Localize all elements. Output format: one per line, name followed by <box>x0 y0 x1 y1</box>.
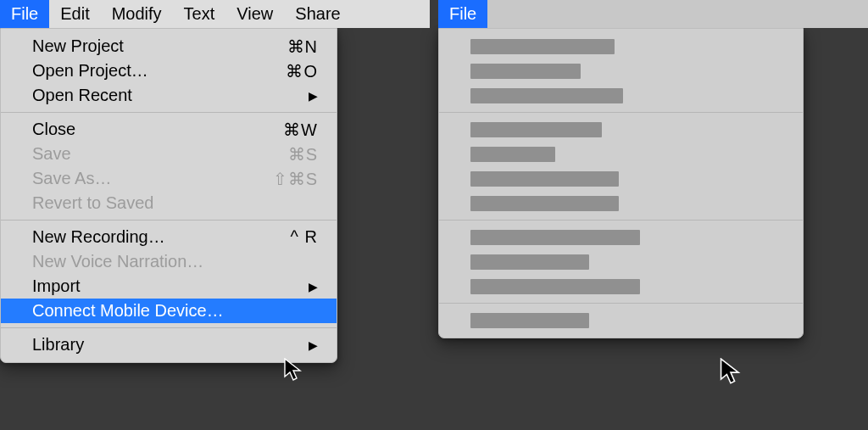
menu-item-placeholder <box>439 249 803 274</box>
redacted-bar <box>470 88 623 103</box>
menu-item-placeholder <box>439 83 803 108</box>
menu-label: Open Project… <box>32 61 148 81</box>
submenu-arrow-icon: ▶ <box>309 280 318 293</box>
menu-label: Import <box>32 276 81 296</box>
redacted-bar <box>470 230 640 245</box>
menu-item-save-as: Save As… ⇧⌘S <box>1 166 337 191</box>
menubar-label: File <box>11 4 38 24</box>
menu-item-new-voice-narration: New Voice Narration… <box>1 249 337 274</box>
menu-item-new-recording[interactable]: New Recording… ^ R <box>1 225 337 249</box>
menu-shortcut: ⌘S <box>288 144 318 165</box>
menu-item-placeholder <box>439 191 803 215</box>
redacted-bar <box>470 64 581 79</box>
redacted-bar <box>470 196 619 211</box>
redacted-bar <box>470 171 619 187</box>
menubar-item-share[interactable]: Share <box>284 0 351 28</box>
menubar-label: Edit <box>60 4 89 24</box>
menubar-item-view[interactable]: View <box>225 0 284 28</box>
submenu-arrow-icon: ▶ <box>309 338 318 352</box>
redacted-bar <box>470 313 589 328</box>
menu-separator <box>1 327 337 328</box>
menu-label: Open Recent <box>32 86 132 105</box>
redacted-bar <box>470 147 555 162</box>
menu-item-placeholder <box>439 117 803 142</box>
menu-item-open-project[interactable]: Open Project… ⌘O <box>1 59 337 83</box>
menu-label: Save <box>32 144 71 164</box>
submenu-arrow-icon: ▶ <box>309 89 318 103</box>
menu-shortcut: ⌘N <box>287 36 318 57</box>
menubar-label: Modify <box>112 4 162 24</box>
menubar-item-edit[interactable]: Edit <box>49 0 100 28</box>
menu-separator <box>1 220 337 221</box>
menubar-item-modify[interactable]: Modify <box>101 0 173 28</box>
menubar-label: File <box>449 4 476 24</box>
menu-label: Library <box>32 335 84 355</box>
menu-item-revert: Revert to Saved <box>1 191 337 215</box>
menubar-label: Share <box>295 4 340 24</box>
menubar: File Edit Modify Text View Share <box>0 0 430 28</box>
menu-shortcut: ⌘O <box>286 61 318 81</box>
redacted-bar <box>470 279 640 294</box>
menu-shortcut: ⌘W <box>283 120 318 140</box>
menu-separator <box>439 112 803 113</box>
menu-item-library[interactable]: Library ▶ <box>1 332 337 357</box>
menu-item-save: Save ⌘S <box>1 142 337 166</box>
menu-item-import[interactable]: Import ▶ <box>1 274 337 299</box>
menubar-label: Text <box>184 4 215 24</box>
menu-label: Connect Mobile Device… <box>32 301 224 321</box>
menu-item-placeholder <box>439 274 803 299</box>
menubar-item-file[interactable]: File <box>438 0 487 28</box>
menu-item-connect-mobile-device[interactable]: Connect Mobile Device… <box>1 299 337 323</box>
menu-item-placeholder <box>439 166 803 191</box>
menu-item-placeholder <box>439 225 803 249</box>
redacted-bar <box>470 254 589 270</box>
menu-label: New Project <box>32 36 124 56</box>
menu-item-placeholder <box>439 59 803 83</box>
menu-item-new-project[interactable]: New Project ⌘N <box>1 34 337 59</box>
menubar-label: View <box>236 4 273 24</box>
menu-label: New Recording… <box>32 227 165 247</box>
file-menu-dropdown-redacted <box>438 28 804 338</box>
menu-separator <box>1 112 337 113</box>
menubar-item-text[interactable]: Text <box>173 0 226 28</box>
menu-shortcut: ^ R <box>291 227 318 247</box>
file-menu-dropdown: New Project ⌘N Open Project… ⌘O Open Rec… <box>0 28 337 363</box>
menu-shortcut: ⇧⌘S <box>273 169 318 189</box>
menu-item-placeholder <box>439 308 803 332</box>
mouse-cursor-icon <box>720 358 742 385</box>
menu-item-close[interactable]: Close ⌘W <box>1 117 337 142</box>
menu-separator <box>439 303 803 304</box>
menu-label: Save As… <box>32 169 111 188</box>
menu-label: Close <box>32 120 75 139</box>
menu-item-open-recent[interactable]: Open Recent ▶ <box>1 83 337 108</box>
menu-item-placeholder <box>439 34 803 59</box>
menubar: File <box>438 0 868 28</box>
menu-separator <box>439 220 803 221</box>
redacted-bar <box>470 122 602 137</box>
menu-label: New Voice Narration… <box>32 252 203 271</box>
menu-label: Revert to Saved <box>32 193 153 213</box>
menu-item-placeholder <box>439 142 803 166</box>
redacted-bar <box>470 39 615 54</box>
menubar-item-file[interactable]: File <box>0 0 49 28</box>
